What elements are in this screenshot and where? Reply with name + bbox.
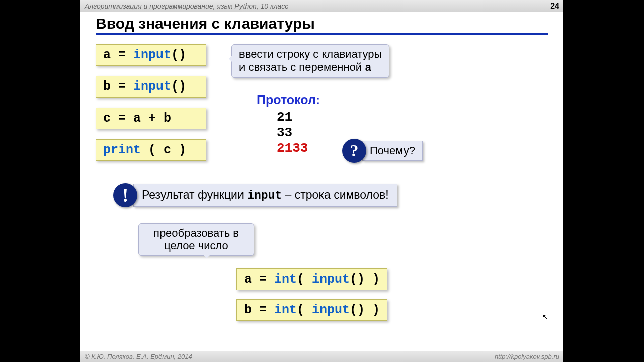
code-print: print ( c ) bbox=[96, 139, 206, 161]
int-code-column: a = int( input() ) b = int( input() ) bbox=[236, 268, 387, 321]
code-a-int: a = int( input() ) bbox=[236, 268, 387, 290]
bubble-input-desc: ввести строку с клавиатуры и связать с п… bbox=[231, 44, 389, 78]
code-b-int: b = int( input() ) bbox=[236, 299, 387, 321]
page-title: Ввод значения с клавиатуры bbox=[96, 15, 548, 35]
code-column: a = input() b = input() c = a + b print … bbox=[96, 44, 206, 161]
footer-right: http://kpolyakov.spb.ru bbox=[495, 353, 559, 360]
code-b-input: b = input() bbox=[96, 76, 206, 98]
result-text: Результат функции input – строка символо… bbox=[133, 184, 397, 207]
question-icon: ? bbox=[342, 139, 366, 163]
code-a-input: a = input() bbox=[96, 44, 206, 66]
top-bar: Алгоритмизация и программирование, язык … bbox=[80, 0, 564, 12]
code-c-sum: c = a + b bbox=[96, 108, 206, 129]
exclaim-icon: ! bbox=[113, 183, 137, 207]
header-title: Алгоритмизация и программирование, язык … bbox=[85, 2, 288, 10]
slide: Алгоритмизация и программирование, язык … bbox=[80, 0, 564, 362]
protocol-v3: 2133 bbox=[277, 141, 308, 156]
protocol-v2: 33 bbox=[277, 125, 308, 141]
protocol-values: 21 33 2133 bbox=[277, 110, 308, 157]
bottom-bar: © К.Ю. Поляков, Е.А. Ерёмин, 2014 http:/… bbox=[80, 351, 564, 362]
footer-left: © К.Ю. Поляков, Е.А. Ерёмин, 2014 bbox=[85, 353, 192, 360]
bubble-convert: преобразовать в целое число bbox=[138, 223, 254, 256]
content-area: Ввод значения с клавиатуры a = input() b… bbox=[80, 12, 564, 351]
result-callout: ! Результат функции input – строка симво… bbox=[113, 183, 397, 207]
page-number: 24 bbox=[550, 2, 559, 11]
protocol-v1: 21 bbox=[277, 110, 308, 125]
protocol-title: Протокол: bbox=[257, 93, 320, 107]
question-text: Почему? bbox=[362, 141, 423, 161]
question-callout: ? Почему? bbox=[342, 139, 423, 163]
mouse-cursor-icon: ↖ bbox=[542, 313, 548, 321]
